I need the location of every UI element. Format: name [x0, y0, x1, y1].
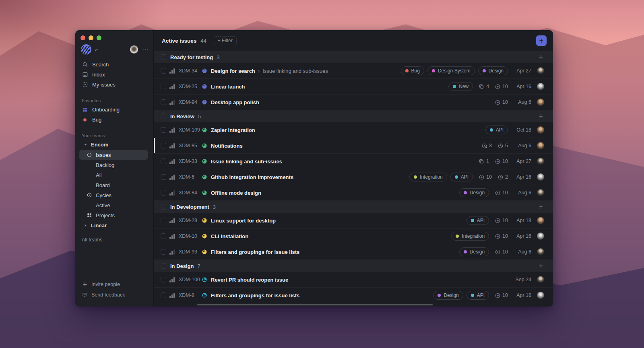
issue-checkbox[interactable]: [161, 218, 166, 223]
assignee-avatar[interactable]: [537, 292, 544, 299]
sidebar-item-cycles[interactable]: Cycles: [79, 190, 148, 200]
issue-checkbox[interactable]: [161, 68, 166, 74]
more-icon[interactable]: ⋯: [143, 47, 149, 53]
assignee-avatar[interactable]: [537, 83, 544, 90]
issue-row-xdm-100[interactable]: XDM-100Revert PR should reopen issueSep …: [154, 272, 553, 288]
sidebar-item-board[interactable]: Board: [79, 180, 148, 190]
workspace-logo-icon[interactable]: [81, 44, 91, 55]
label-pill-api[interactable]: API: [450, 173, 473, 181]
add-issue-icon[interactable]: [538, 113, 544, 119]
issue-row-xdm-85[interactable]: XDM-85Notifications35Aug 6: [154, 138, 553, 154]
issue-row-xdm-109[interactable]: XDM-109Zapier integrationAPIOct 18: [154, 122, 553, 138]
add-issue-icon[interactable]: [538, 54, 544, 60]
issue-checkbox[interactable]: [161, 277, 166, 282]
assignee-avatar[interactable]: [537, 248, 544, 255]
priority-medium-icon[interactable]: [169, 249, 176, 255]
label-pill-design-system[interactable]: Design System: [427, 66, 475, 75]
label-pill-api[interactable]: API: [466, 216, 489, 225]
status-icon[interactable]: [202, 159, 207, 164]
priority-medium-icon[interactable]: [169, 190, 176, 196]
status-icon[interactable]: [202, 277, 207, 282]
label-pill-design[interactable]: Design: [433, 291, 463, 300]
priority-high-icon[interactable]: [169, 68, 176, 74]
assignee-avatar[interactable]: [537, 217, 544, 224]
horizontal-scrollbar[interactable]: [197, 305, 433, 305]
assignee-avatar[interactable]: [537, 158, 544, 165]
send-feedback-button[interactable]: Send feedback: [75, 290, 153, 300]
issue-row-xdm-8[interactable]: XDM-8Filters and groupings for issue lis…: [154, 288, 553, 303]
status-icon[interactable]: [202, 143, 207, 148]
assignee-avatar[interactable]: [537, 189, 544, 196]
issue-checkbox[interactable]: [161, 249, 166, 255]
priority-high-icon[interactable]: [169, 128, 176, 133]
sidebar-item-active[interactable]: Active: [79, 200, 148, 210]
favorite-item-onboarding[interactable]: Onboarding: [75, 105, 153, 115]
assignee-avatar[interactable]: [537, 126, 544, 134]
label-pill-design[interactable]: Design: [478, 66, 508, 75]
label-pill-design[interactable]: Design: [459, 247, 489, 256]
sidebar-item-all[interactable]: All: [79, 170, 148, 180]
issue-checkbox[interactable]: [161, 190, 166, 196]
team-linear[interactable]: Linear: [75, 220, 153, 231]
priority-high-icon[interactable]: [169, 84, 176, 89]
invite-people-button[interactable]: Invite people: [75, 279, 153, 290]
issue-checkbox[interactable]: [161, 84, 166, 89]
team-encom[interactable]: Encom: [75, 140, 153, 150]
filter-button[interactable]: + Filter: [214, 36, 237, 45]
assignee-avatar[interactable]: [537, 99, 544, 106]
group-checkbox[interactable]: [161, 54, 166, 60]
label-pill-new[interactable]: New: [448, 82, 473, 91]
issue-row-xdm-25[interactable]: XDM-25Linear launchNew410Apr 16: [154, 79, 553, 95]
priority-high-icon[interactable]: [169, 218, 176, 223]
status-icon[interactable]: [202, 174, 207, 180]
issue-checkbox[interactable]: [161, 292, 166, 298]
issue-row-xdm-6[interactable]: XDM-6Github integration improvementsInte…: [154, 169, 553, 185]
label-pill-integration[interactable]: Integration: [451, 232, 489, 241]
issue-row-xdm-34[interactable]: XDM-34Design for search›Issue linking an…: [154, 63, 553, 79]
priority-high-icon[interactable]: [169, 277, 176, 282]
priority-high-icon[interactable]: [169, 159, 176, 164]
issue-checkbox[interactable]: [161, 127, 166, 133]
status-icon[interactable]: [202, 249, 207, 255]
group-checkbox[interactable]: [161, 204, 166, 210]
issue-checkbox[interactable]: [161, 159, 166, 164]
group-checkbox[interactable]: [161, 263, 166, 269]
status-icon[interactable]: [202, 84, 207, 89]
group-checkbox[interactable]: [161, 113, 166, 119]
issue-row-xdm-93[interactable]: XDM-93Filters and groupings for issue li…: [154, 244, 553, 260]
assignee-avatar[interactable]: [537, 233, 544, 240]
sidebar-item-backlog[interactable]: Backlog: [79, 160, 148, 170]
status-icon[interactable]: [202, 99, 207, 105]
status-icon[interactable]: [202, 292, 207, 298]
status-icon[interactable]: [202, 127, 207, 133]
sidebar-item-search[interactable]: Search: [75, 60, 153, 70]
all-teams-link[interactable]: All teams: [75, 237, 153, 243]
assignee-avatar[interactable]: [537, 67, 544, 74]
user-avatar[interactable]: [130, 45, 138, 54]
zoom-button[interactable]: [97, 35, 101, 40]
assignee-avatar[interactable]: [537, 173, 544, 181]
sidebar-item-issues[interactable]: Issues: [79, 150, 148, 160]
label-pill-bug[interactable]: Bug: [401, 66, 424, 75]
priority-high-icon[interactable]: [169, 234, 176, 239]
status-icon[interactable]: [202, 68, 207, 74]
issue-checkbox[interactable]: [161, 143, 166, 148]
new-issue-button[interactable]: [536, 35, 547, 46]
priority-high-icon[interactable]: [169, 293, 176, 298]
label-pill-api[interactable]: API: [466, 291, 489, 300]
sidebar-item-projects[interactable]: Projects: [79, 210, 148, 220]
label-pill-design[interactable]: Design: [459, 188, 489, 197]
priority-high-icon[interactable]: [169, 143, 176, 148]
sidebar-item-inbox[interactable]: Inbox: [75, 70, 153, 80]
issue-row-xdm-10[interactable]: XDM-10CLI installationIntegration10Apr 1…: [154, 229, 553, 244]
issue-row-xdm-28[interactable]: XDM-28Linux support for desktopAPI10Apr …: [154, 213, 553, 229]
issue-row-xdm-33[interactable]: XDM-33Issue linking and sub-issues110Apr…: [154, 154, 553, 169]
close-button[interactable]: [80, 35, 85, 40]
label-pill-integration[interactable]: Integration: [409, 173, 447, 181]
issue-row-xdm-84[interactable]: XDM-84Offline mode designDesign10Aug 6: [154, 185, 553, 201]
assignee-avatar[interactable]: [537, 276, 544, 283]
issue-row-xdm-94[interactable]: XDM-94Desktop app polish10Aug 6: [154, 95, 553, 110]
priority-high-icon[interactable]: [169, 175, 176, 180]
add-issue-icon[interactable]: [538, 263, 544, 269]
minimize-button[interactable]: [89, 35, 93, 40]
